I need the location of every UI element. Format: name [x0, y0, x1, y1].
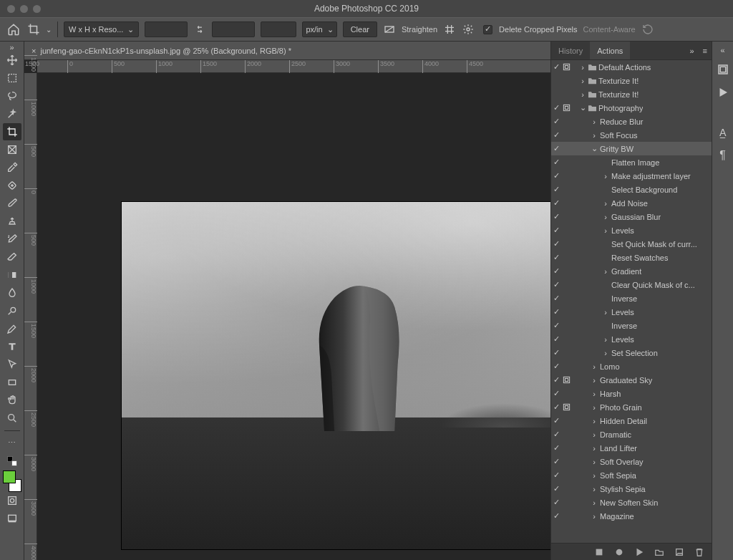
crop-resolution-input[interactable]: [261, 21, 296, 37]
action-row[interactable]: ✓›Add Noise: [551, 196, 712, 210]
action-row[interactable]: ✓Inverse: [551, 291, 712, 305]
action-row[interactable]: ✓›Stylish Sepia: [551, 482, 712, 496]
disclosure-icon[interactable]: ›: [578, 90, 587, 99]
straighten-icon[interactable]: [383, 23, 396, 36]
crop-width-input[interactable]: [145, 21, 188, 37]
disclosure-icon[interactable]: ›: [601, 335, 610, 344]
horizontal-ruler[interactable]: 1500050010001500200025003000350040004500: [37, 60, 550, 73]
actions-tab[interactable]: Actions: [590, 42, 630, 59]
healing-brush-tool[interactable]: [3, 177, 21, 194]
action-row[interactable]: ✓Select Background: [551, 183, 712, 196]
path-selection-tool[interactable]: [3, 356, 21, 373]
toggle-check-icon[interactable]: ✓: [551, 321, 561, 330]
disclosure-icon[interactable]: ›: [590, 403, 598, 412]
action-row[interactable]: ✓Flatten Image: [551, 155, 712, 169]
action-row[interactable]: ✓›Gradient: [551, 264, 712, 278]
disclosure-icon[interactable]: ›: [590, 458, 598, 466]
action-row[interactable]: ✓⌄Gritty BW: [551, 142, 712, 155]
disclosure-icon[interactable]: ›: [590, 444, 598, 453]
toggle-check-icon[interactable]: ✓: [551, 130, 561, 140]
gradient-tool[interactable]: [3, 266, 21, 284]
disclosure-icon[interactable]: ›: [590, 512, 598, 521]
action-row[interactable]: ✓Clear Quick Mask of c...: [551, 278, 712, 291]
action-row[interactable]: ✓›Set Selection: [551, 346, 712, 359]
disclosure-icon[interactable]: ›: [601, 226, 610, 235]
new-set-icon[interactable]: [654, 547, 664, 557]
crop-options-gear-icon[interactable]: [462, 23, 475, 36]
disclosure-icon[interactable]: ›: [578, 77, 587, 85]
toggle-check-icon[interactable]: ✓: [551, 103, 561, 112]
minimize-window-button[interactable]: [20, 5, 28, 13]
blur-tool[interactable]: [3, 284, 21, 301]
action-row[interactable]: ✓›Gaussian Blur: [551, 210, 712, 223]
disclosure-icon[interactable]: ›: [601, 349, 610, 357]
action-row[interactable]: ✓›Soft Overlay: [551, 455, 712, 468]
clear-button[interactable]: Clear: [343, 21, 377, 37]
vertical-ruler[interactable]: 1500100050005001000150020002500300035004…: [24, 73, 37, 560]
action-row[interactable]: ✓›Land Lifter: [551, 441, 712, 455]
action-row[interactable]: ✓›Soft Focus: [551, 128, 712, 142]
modal-control-icon[interactable]: [561, 376, 571, 384]
dodge-tool[interactable]: [3, 302, 21, 319]
resolution-unit-select[interactable]: px/in⌄: [302, 21, 336, 37]
disclosure-icon[interactable]: ⌄: [578, 103, 587, 112]
action-row[interactable]: ✓›New Soften Skin: [551, 496, 712, 509]
action-row[interactable]: ✓›Dramatic: [551, 428, 712, 441]
toggle-check-icon[interactable]: ✓: [551, 198, 561, 208]
eyedropper-tool[interactable]: [3, 159, 21, 176]
modal-control-icon[interactable]: [561, 104, 571, 112]
close-window-button[interactable]: [7, 5, 15, 13]
stop-icon[interactable]: [594, 547, 604, 557]
right-strip-expand-icon[interactable]: «: [720, 46, 724, 54]
panel-collapse-icon[interactable]: »: [685, 47, 698, 55]
canvas-viewport[interactable]: [37, 73, 550, 560]
crop-overlay-icon[interactable]: [443, 23, 456, 36]
lasso-tool[interactable]: [3, 87, 21, 105]
crop-height-input[interactable]: [212, 21, 255, 37]
toggle-check-icon[interactable]: ✓: [551, 185, 561, 194]
toggle-check-icon[interactable]: ✓: [551, 430, 561, 439]
trash-icon[interactable]: [694, 547, 704, 557]
toggle-check-icon[interactable]: ✓: [551, 334, 561, 344]
toggle-check-icon[interactable]: ✓: [551, 158, 561, 167]
disclosure-icon[interactable]: ›: [590, 117, 598, 126]
panel-menu-icon[interactable]: ≡: [699, 47, 712, 55]
type-tool[interactable]: [3, 338, 21, 355]
eraser-tool[interactable]: [3, 248, 21, 266]
toggle-check-icon[interactable]: ✓: [551, 253, 561, 262]
disclosure-icon[interactable]: ›: [590, 485, 598, 493]
action-row[interactable]: ›Texturize It!: [551, 87, 712, 101]
disclosure-icon[interactable]: ⌄: [590, 144, 598, 153]
disclosure-icon[interactable]: ›: [601, 172, 610, 180]
rectangle-tool[interactable]: [3, 374, 21, 391]
crop-tool-icon[interactable]: [27, 23, 40, 36]
paragraph-panel-icon[interactable]: ¶: [715, 148, 731, 163]
default-colors-icon[interactable]: [7, 456, 17, 466]
action-row[interactable]: ✓›Harsh: [551, 387, 712, 400]
disclosure-icon[interactable]: ›: [590, 376, 598, 385]
action-row[interactable]: ✓›Make adjustment layer: [551, 169, 712, 183]
disclosure-icon[interactable]: ›: [590, 131, 598, 140]
close-tab-icon[interactable]: ×: [31, 47, 36, 55]
new-action-icon[interactable]: [674, 547, 684, 557]
actions-tree[interactable]: ✓›Default Actions›Texturize It!›Texturiz…: [551, 60, 712, 543]
toolbar-expand-icon[interactable]: »: [0, 43, 24, 52]
maximize-window-button[interactable]: [33, 5, 41, 13]
libraries-panel-icon[interactable]: [715, 62, 731, 77]
toggle-check-icon[interactable]: ✓: [551, 62, 561, 72]
disclosure-icon[interactable]: ›: [590, 362, 598, 371]
toggle-check-icon[interactable]: ✓: [551, 443, 561, 453]
toggle-check-icon[interactable]: ✓: [551, 470, 561, 480]
reset-crop-icon[interactable]: [641, 23, 654, 36]
toggle-check-icon[interactable]: ✓: [551, 212, 561, 221]
toggle-check-icon[interactable]: ✓: [551, 457, 561, 466]
disclosure-icon[interactable]: ›: [601, 267, 610, 276]
toggle-check-icon[interactable]: ✓: [551, 226, 561, 235]
toggle-check-icon[interactable]: ✓: [551, 362, 561, 371]
play-icon[interactable]: [634, 547, 644, 557]
action-row[interactable]: ✓›Levels: [551, 223, 712, 237]
play-panel-icon[interactable]: [715, 85, 731, 100]
pen-tool[interactable]: [3, 320, 21, 337]
zoom-tool[interactable]: [3, 410, 21, 427]
toggle-check-icon[interactable]: ✓: [551, 266, 561, 276]
